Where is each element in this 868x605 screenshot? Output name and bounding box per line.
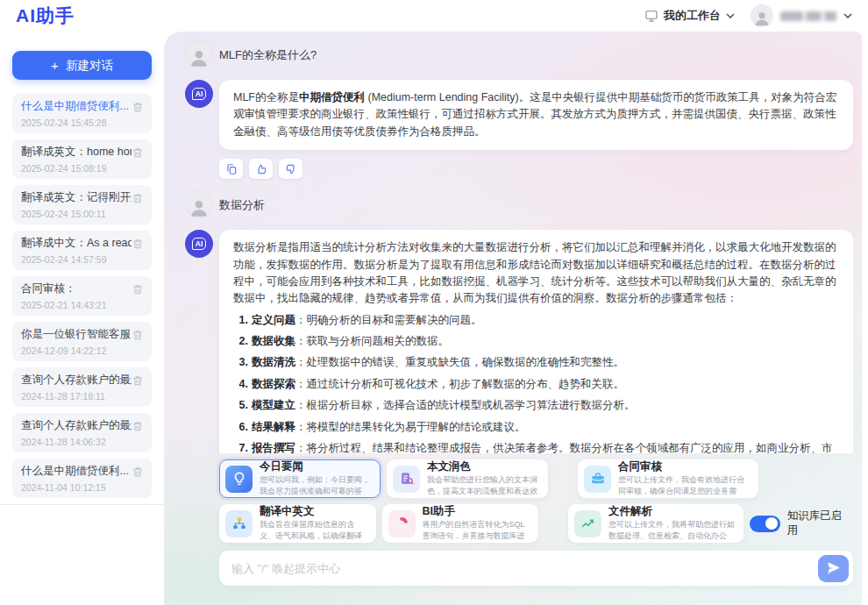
quick-card-translate[interactable]: 翻译中英文 我会旨在保留原始信息的含义、语气和风格，以确保翻译的准确性和自然流畅… [219, 504, 376, 543]
conversation-item[interactable]: 查询个人存款账户的最新... 2024-11-28 17:18:11 [12, 367, 152, 407]
chevron-down-icon [726, 13, 735, 18]
step-item: 5.模型建立：根据分析目标，选择合适的统计模型或机器学习算法进行数据分析。 [233, 397, 839, 414]
conversation-item[interactable]: 查询个人存款账户的最新... 2024-11-28 14:06:32 [12, 413, 152, 452]
conversation-title: 查询个人存款账户的最新... [21, 373, 132, 388]
thumb-down-icon [285, 163, 297, 175]
thumb-down-button[interactable] [279, 159, 302, 179]
step-number: 3. [233, 354, 248, 371]
conversation-item[interactable]: 翻译成中文：As a reader... 2025-02-24 14:57:59 [12, 231, 152, 270]
conversation-time: 2025-02-24 14:57:59 [21, 254, 144, 265]
trash-icon[interactable] [132, 329, 144, 341]
trash-icon[interactable] [132, 146, 144, 159]
answer-text: MLF的全称是 [233, 91, 299, 103]
user-avatar [185, 190, 213, 218]
quick-card-text-polish[interactable]: 本文润色 我会帮助您进行您输入的文本润色，提高文本的流畅度和表达效果。 [387, 459, 548, 498]
conversation-time: 2024-12-09 14:22:12 [21, 345, 144, 356]
trash-icon[interactable] [132, 374, 144, 387]
quick-cards-row-1: 今日要闻 您可以问我，例如：今日要闻，我会尽力提供准确和可靠的答案。 本文润色 … [219, 459, 853, 498]
conversation-item[interactable]: 合同审核： 2025-02-21 14:43:21 [12, 276, 152, 316]
conversation-time: 2025-02-24 15:08:19 [21, 163, 144, 174]
conversation-item[interactable]: 翻译成英文：home home 2025-02-24 15:08:19 [12, 139, 152, 179]
briefcase-icon [584, 466, 611, 493]
workspace-menu[interactable]: 我的工作台 [644, 8, 735, 24]
step-text: ：获取与分析问题相关的数据。 [295, 335, 449, 347]
answer-intro: 数据分析是指用适当的统计分析方法对收集来的大量数据进行分析，将它们加以汇总和理解… [233, 239, 839, 308]
conversation-item[interactable]: 你是一位银行智能客服，... 2024-12-09 14:22:12 [12, 322, 152, 361]
conversation-item[interactable]: 什么是中期借贷便利... 2025-02-24 15:45:28 [12, 94, 152, 133]
user-message-text: 数据分析 [219, 190, 265, 213]
quick-card-bi-assistant[interactable]: BI助手 将用户的自然语言转化为SQL查询语句，并直接与数据库进行交互，返回智能… [382, 504, 539, 543]
ai-avatar-label: AI [192, 88, 207, 100]
card-desc: 我会帮助您进行您输入的文本润色，提高文本的流畅度和表达效果。 [427, 474, 540, 497]
ai-avatar: AI [185, 230, 213, 258]
trash-icon[interactable] [132, 192, 144, 204]
user-name-redacted [780, 11, 836, 21]
step-text: ：将模型的结果转化为易于理解的结论或建议。 [295, 421, 526, 433]
conversation-time: 2025-02-24 15:00:11 [21, 209, 144, 219]
conversation-time: 2024-11-04 10:12:15 [21, 482, 144, 493]
card-title: 翻译中英文 [260, 505, 368, 519]
user-message: 数据分析 [185, 190, 853, 218]
step-label: 定义问题 [252, 314, 295, 326]
sitemap-icon [225, 510, 253, 537]
step-number: 5. [233, 397, 248, 414]
answer-text-bold: 中期借贷便利 [299, 91, 365, 103]
ai-avatar: AI [185, 80, 213, 108]
trash-icon[interactable] [132, 101, 144, 113]
user-message-text: MLF的全称是什么? [219, 40, 317, 63]
step-item: 7.报告撰写：将分析过程、结果和结论整理成报告，供决策者参考。数据分析在各个领域… [233, 440, 839, 453]
toggle-switch-on[interactable] [750, 516, 780, 532]
copy-button[interactable] [219, 159, 243, 179]
step-item: 2.数据收集：获取与分析问题相关的数据。 [233, 333, 839, 350]
conversation-item[interactable]: 翻译成英文：记得刚开始... 2025-02-24 15:00:11 [12, 185, 152, 224]
step-text: ：处理数据中的错误、重复或缺失值，确保数据的准确性和完整性。 [295, 356, 624, 368]
step-label: 数据收集 [252, 335, 295, 347]
step-label: 模型建立 [252, 399, 295, 411]
toggle-knob [765, 517, 778, 530]
document-polish-icon [393, 466, 420, 493]
conversation-item[interactable]: 什么是中期借贷便利... 2024-11-04 10:12:15 [12, 459, 152, 498]
top-header: AI助手 我的工作台 [0, 0, 868, 32]
card-title: 合同审核 [618, 460, 751, 474]
step-number: 1. [233, 312, 248, 329]
card-title: BI助手 [423, 505, 531, 519]
quick-card-today-news[interactable]: 今日要闻 您可以问我，例如：今日要闻，我会尽力提供准确和可靠的答案。 [219, 459, 381, 498]
new-chat-label: 新建对话 [66, 58, 113, 74]
chat-panel: MLF的全称是什么? AI MLF的全称是中期借贷便利 (Medium-term… [164, 32, 862, 605]
quick-card-contract-review[interactable]: 合同审核 您可以上传文件，我会有效地进行合同审核，确保合同满足您的业务需求。 [578, 459, 758, 498]
sidebar-divider [0, 504, 164, 505]
trash-icon[interactable] [132, 283, 144, 295]
conversation-title: 翻译成英文：home home [21, 145, 132, 160]
trend-up-icon [574, 510, 601, 537]
chevron-down-icon [843, 13, 852, 18]
message-input[interactable] [231, 562, 818, 575]
new-chat-button[interactable]: + 新建对话 [12, 51, 152, 80]
paper-plane-icon [827, 561, 841, 575]
quick-card-file-parse[interactable]: 文件解析 您可以上传文件，我将帮助您进行如数据处理、信息检索、自动化办公等。 [568, 504, 743, 543]
trash-icon[interactable] [132, 420, 144, 432]
card-desc: 您可以上传文件，我会有效地进行合同审核，确保合同满足您的业务需求。 [618, 474, 751, 497]
user-avatar [185, 40, 213, 68]
monitor-icon [644, 9, 658, 23]
trash-icon[interactable] [132, 238, 144, 250]
conversation-title: 合同审核： [21, 281, 76, 296]
thumb-up-button[interactable] [249, 159, 273, 179]
composer-bar [219, 551, 853, 586]
toggle-label: 知识库已启用 [787, 509, 850, 538]
message-area: MLF的全称是什么? AI MLF的全称是中期借贷便利 (Medium-term… [185, 40, 853, 453]
card-title: 文件解析 [608, 505, 736, 519]
send-button[interactable] [818, 555, 849, 582]
step-label: 报告撰写 [252, 442, 295, 453]
app-logo: AI助手 [16, 4, 75, 28]
step-item: 3.数据清洗：处理数据中的错误、重复或缺失值，确保数据的准确性和完整性。 [233, 354, 839, 371]
trash-icon[interactable] [132, 466, 144, 478]
conversation-title: 什么是中期借贷便利... [21, 464, 129, 479]
app-window: AI助手 我的工作台 + 新建对话 [0, 0, 868, 605]
knowledge-base-toggle[interactable]: 知识库已启用 [750, 509, 850, 538]
quick-cards-row-2: 翻译中英文 我会旨在保留原始信息的含义、语气和风格，以确保翻译的准确性和自然流畅… [219, 504, 853, 543]
step-text: ：通过统计分析和可视化技术，初步了解数据的分布、趋势和关联。 [295, 378, 624, 390]
conversation-title: 查询个人存款账户的最新... [21, 418, 132, 433]
copy-icon [225, 163, 238, 175]
user-account-menu[interactable] [751, 4, 852, 27]
person-icon [752, 8, 772, 27]
